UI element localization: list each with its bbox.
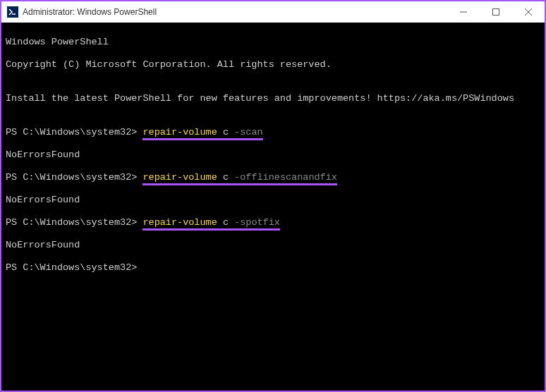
prompt: PS C:\Windows\system32> [6,172,142,183]
highlighted-command: repair-volume c -spotfix [142,217,279,228]
svg-rect-3 [493,9,499,16]
cmd-flag: -spotfix [234,217,280,228]
cmdlet: repair-volume [142,127,217,137]
command-line: PS C:\Windows\system32> repair-volume c … [6,217,540,228]
cmd-flag: -offlinescanandfix [234,172,337,183]
cmd-target: c [223,127,229,137]
highlighted-command: repair-volume c -offlinescanandfix [142,172,336,183]
powershell-window: Administrator: Windows PowerShell Window… [1,1,545,391]
minimize-button[interactable] [447,1,480,23]
header-line: Windows PowerShell [6,37,540,48]
command-line: PS C:\Windows\system32> repair-volume c … [6,127,540,138]
cmd-flag: -scan [234,127,263,137]
prompt: PS C:\Windows\system32> [6,127,142,137]
result-line: NoErrorsFound [6,240,540,251]
window-title: Administrator: Windows PowerShell [23,7,157,17]
header-copyright: Copyright (C) Microsoft Corporation. All… [6,59,540,71]
prompt: PS C:\Windows\system32> [6,217,142,228]
terminal-output[interactable]: Windows PowerShell Copyright (C) Microso… [1,23,545,391]
result-line: NoErrorsFound [6,149,540,161]
highlighted-command: repair-volume c -scan [142,127,262,138]
prompt: PS C:\Windows\system32> [6,262,142,273]
empty-prompt: PS C:\Windows\system32> [6,262,540,274]
command-line: PS C:\Windows\system32> repair-volume c … [6,172,540,183]
result-line: NoErrorsFound [6,195,540,206]
cmd-target: c [223,172,229,183]
cmdlet: repair-volume [142,172,217,183]
install-hint: Install the latest PowerShell for new fe… [6,93,540,104]
titlebar[interactable]: Administrator: Windows PowerShell [1,1,545,23]
window-controls [447,1,545,23]
cmd-target: c [223,217,229,228]
powershell-icon [7,6,18,18]
maximize-button[interactable] [480,1,512,23]
close-button[interactable] [512,1,545,23]
cmdlet: repair-volume [142,217,217,228]
